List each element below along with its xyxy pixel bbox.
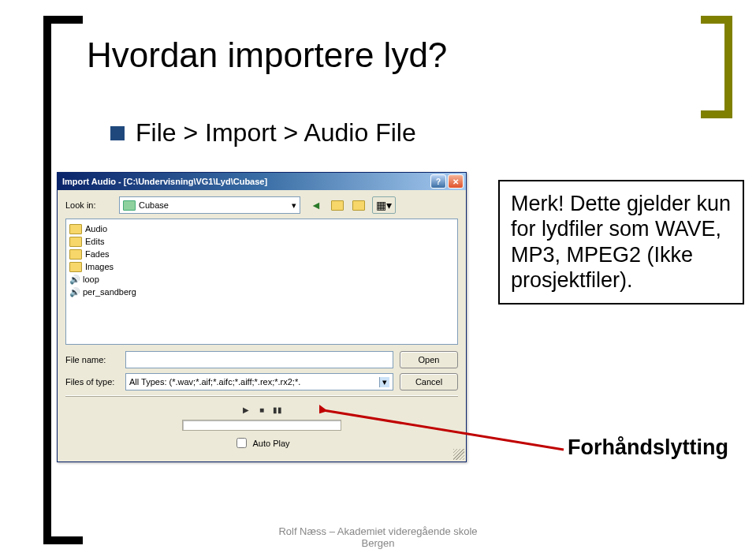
back-icon[interactable]: ◄ [308, 197, 324, 213]
footer: Rolf Næss – Akademiet videregående skole… [0, 526, 756, 550]
folder-icon [123, 200, 136, 211]
new-folder-icon[interactable] [351, 197, 367, 213]
note-box: Merk! Dette gjelder kun for lydfiler som… [498, 180, 744, 305]
play-controls: ▶ ■ ▮▮ [240, 404, 284, 415]
folder-icon [69, 237, 82, 247]
play-icon[interactable]: ▶ [240, 404, 252, 415]
footer-line2: Bergen [0, 538, 756, 550]
dialog-titlebar: Import Audio - [C:\Undervisning\VG1\Lyd\… [58, 173, 466, 190]
pause-icon[interactable]: ▮▮ [271, 404, 284, 415]
preview-caption: Forhåndslytting [568, 435, 728, 460]
help-button[interactable]: ? [430, 174, 446, 189]
list-item[interactable]: Edits [69, 235, 454, 248]
filetype-combo[interactable]: All Types: (*.wav;*.aif;*.aifc;*.aiff;*.… [125, 373, 393, 390]
cancel-button[interactable]: Cancel [400, 373, 458, 390]
chevron-down-icon: ▾ [379, 377, 389, 387]
dialog-title: Import Audio - [C:\Undervisning\VG1\Lyd\… [62, 177, 267, 186]
bullet-square-icon [110, 126, 125, 140]
view-menu-icon[interactable]: ▦▾ [372, 196, 396, 214]
import-audio-dialog: Import Audio - [C:\Undervisning\VG1\Lyd\… [57, 172, 467, 462]
footer-line1: Rolf Næss – Akademiet videregående skole [0, 526, 756, 538]
slide-title: Hvordan importere lyd? [87, 35, 447, 75]
filename-label: File name: [65, 355, 119, 364]
list-item[interactable]: Images [69, 260, 454, 273]
bracket-right [701, 16, 732, 118]
bullet-text: File > Import > Audio File [136, 118, 416, 148]
autoplay-checkbox[interactable] [236, 438, 247, 448]
sound-icon: 🔊 [69, 287, 80, 297]
list-item[interactable]: 🔊per_sandberg [69, 286, 454, 298]
list-item[interactable]: Audio [69, 222, 454, 235]
chevron-down-icon: ▾ [292, 200, 296, 211]
up-folder-icon[interactable] [330, 197, 345, 213]
autoplay-label: Auto Play [252, 439, 289, 448]
lookin-value: Cubase [139, 200, 169, 210]
filetype-label: Files of type: [65, 377, 119, 387]
filename-input[interactable] [125, 351, 393, 368]
folder-icon [69, 224, 82, 234]
sound-icon: 🔊 [69, 275, 80, 285]
close-button[interactable]: ✕ [448, 174, 464, 189]
progress-bar[interactable] [182, 420, 341, 431]
bullet-row: File > Import > Audio File [110, 118, 416, 148]
resize-grip-icon[interactable] [453, 449, 464, 460]
stop-icon[interactable]: ■ [255, 404, 268, 415]
folder-icon [69, 249, 82, 260]
folder-icon [69, 262, 82, 272]
lookin-label: Look in: [65, 200, 119, 210]
list-item[interactable]: 🔊loop [69, 273, 454, 286]
open-button[interactable]: Open [400, 351, 458, 368]
lookin-combo[interactable]: Cubase ▾ [119, 196, 300, 214]
list-item[interactable]: Fades [69, 248, 454, 260]
file-list[interactable]: Audio Edits Fades Images 🔊loop 🔊per_sand… [65, 219, 458, 345]
preview-area: ▶ ■ ▮▮ Auto Play [65, 395, 458, 457]
